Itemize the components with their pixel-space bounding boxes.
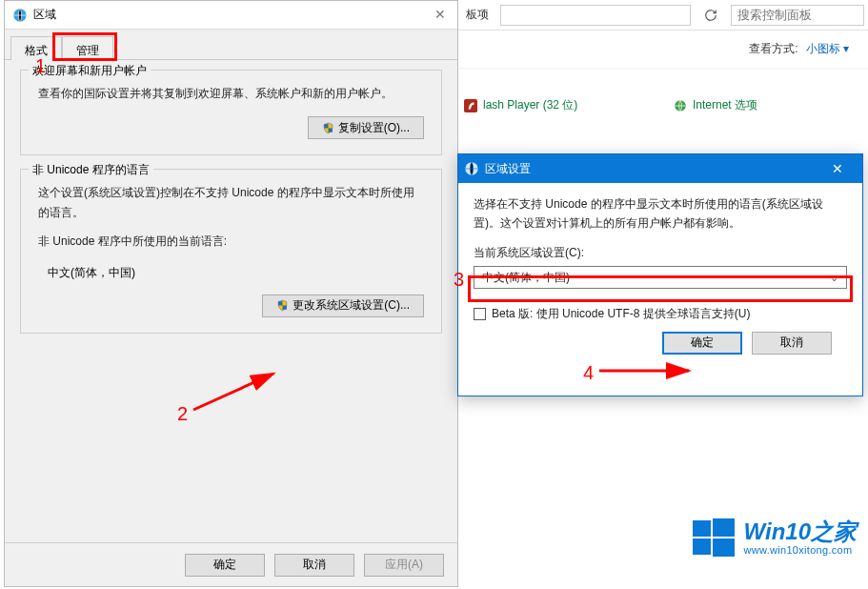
item-internet-options[interactable]: Internet 选项 <box>674 97 757 113</box>
svg-rect-4 <box>328 128 332 132</box>
refresh-icon <box>704 9 717 22</box>
control-panel-items: lash Player (32 位) Internet 选项 <box>458 69 868 107</box>
item-flash-player[interactable]: lash Player (32 位) <box>464 97 577 113</box>
cancel-button[interactable]: 取消 <box>752 332 832 355</box>
refresh-button[interactable] <box>696 5 725 26</box>
close-button[interactable]: ✕ <box>818 154 857 183</box>
search-input[interactable] <box>731 5 864 26</box>
close-icon: ✕ <box>832 161 843 176</box>
item-label: lash Player (32 位) <box>483 97 577 113</box>
address-dropdown[interactable] <box>500 5 691 26</box>
region-dialog: 区域 ✕ 格式 管理 欢迎屏幕和新用户帐户 查看你的国际设置并将其复制到欢迎屏幕… <box>4 0 458 587</box>
region-dialog-titlebar[interactable]: 区域 ✕ <box>5 1 457 30</box>
svg-rect-5 <box>278 301 282 305</box>
region-settings-footer: 确定 取消 <box>474 324 847 355</box>
svg-rect-11 <box>713 518 735 537</box>
svg-rect-10 <box>693 520 711 537</box>
region-settings-titlebar[interactable]: 区域设置 ✕ <box>458 154 862 183</box>
header-title-fragment: 板项 <box>458 7 489 23</box>
region-dialog-body: 欢迎屏幕和新用户帐户 查看你的国际设置并将其复制到欢迎屏幕、系统帐户和新的用户帐… <box>5 60 457 542</box>
group-text: 这个设置(系统区域设置)控制在不支持 Unicode 的程序中显示文本时所使用的… <box>32 179 430 232</box>
description-text: 选择在不支持 Unicode 的程序中显示文本时所使用的语言(系统区域设置)。这… <box>474 194 847 234</box>
ok-button[interactable]: 确定 <box>185 554 265 577</box>
region-settings-body: 选择在不支持 Unicode 的程序中显示文本时所使用的语言(系统区域设置)。这… <box>458 183 862 362</box>
current-lang-value: 中文(简体，中国) <box>32 261 430 291</box>
group-title: 欢迎屏幕和新用户帐户 <box>29 63 151 79</box>
tab-admin[interactable]: 管理 <box>62 36 113 60</box>
region-settings-dialog: 区域设置 ✕ 选择在不支持 Unicode 的程序中显示文本时所使用的语言(系统… <box>457 153 863 396</box>
region-dialog-title: 区域 <box>33 7 56 23</box>
change-locale-button[interactable]: 更改系统区域设置(C)... <box>262 294 424 317</box>
globe-icon <box>674 99 687 112</box>
shield-icon <box>276 299 289 312</box>
svg-rect-12 <box>693 538 711 555</box>
watermark-url: www.win10xitong.com <box>744 544 857 556</box>
region-dialog-footer: 确定 取消 应用(A) <box>5 542 457 586</box>
apply-button[interactable]: 应用(A) <box>364 554 444 577</box>
view-bar: 查看方式: 小图标 ▾ <box>458 30 868 69</box>
current-lang-label: 非 Unicode 程序中所使用的当前语言: <box>32 232 430 260</box>
locale-select-value: 中文(简体，中国) <box>482 268 570 287</box>
ok-button[interactable]: 确定 <box>662 332 742 355</box>
group-title: 非 Unicode 程序的语言 <box>29 162 153 178</box>
close-icon: ✕ <box>434 7 446 22</box>
shield-icon <box>322 122 334 134</box>
svg-rect-6 <box>283 306 287 310</box>
svg-rect-3 <box>324 124 328 128</box>
view-label: 查看方式: <box>749 41 797 57</box>
view-mode-dropdown[interactable]: 小图标 ▾ <box>806 41 849 57</box>
watermark: Win10之家 www.win10xitong.com <box>691 515 857 560</box>
chevron-down-icon: ⌄ <box>830 269 838 287</box>
watermark-brand: Win10之家 <box>744 519 857 544</box>
tab-bar: 格式 管理 <box>5 30 457 60</box>
windows-logo-icon <box>691 515 737 560</box>
group-welcome-screen: 欢迎屏幕和新用户帐户 查看你的国际设置并将其复制到欢迎屏幕、系统帐户和新的用户帐… <box>20 70 442 155</box>
beta-utf8-row[interactable]: Beta 版: 使用 Unicode UTF-8 提供全球语言支持(U) <box>474 304 847 323</box>
locale-select[interactable]: 中文(简体，中国) ⌄ <box>474 266 847 289</box>
checkbox[interactable] <box>474 308 486 320</box>
control-panel-header: 板项 <box>458 0 868 30</box>
locale-label: 当前系统区域设置(C): <box>474 243 847 262</box>
button-label: 复制设置(O)... <box>338 120 410 136</box>
globe-icon <box>12 8 28 23</box>
group-non-unicode: 非 Unicode 程序的语言 这个设置(系统区域设置)控制在不支持 Unico… <box>20 169 442 333</box>
cancel-button[interactable]: 取消 <box>274 554 354 577</box>
copy-settings-button[interactable]: 复制设置(O)... <box>308 116 424 139</box>
tab-format[interactable]: 格式 <box>10 36 62 60</box>
svg-rect-13 <box>713 538 735 557</box>
close-button[interactable]: ✕ <box>429 5 452 24</box>
globe-icon <box>464 161 479 176</box>
group-text: 查看你的国际设置并将其复制到欢迎屏幕、系统帐户和新的用户帐户。 <box>32 80 430 112</box>
item-label: Internet 选项 <box>693 97 757 113</box>
beta-utf8-label: Beta 版: 使用 Unicode UTF-8 提供全球语言支持(U) <box>492 304 750 323</box>
region-settings-title: 区域设置 <box>485 161 531 177</box>
button-label: 更改系统区域设置(C)... <box>293 297 410 314</box>
flash-icon <box>464 99 477 112</box>
